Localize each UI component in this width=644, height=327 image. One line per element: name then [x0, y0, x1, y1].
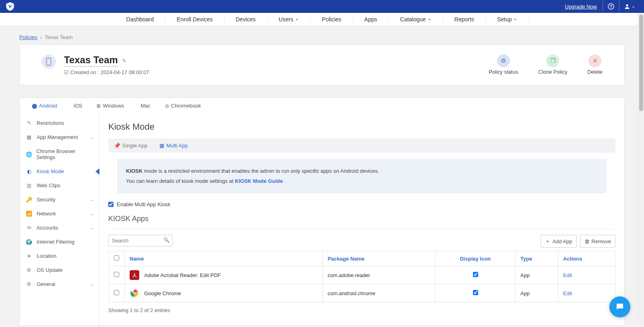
- sidebar-item-security[interactable]: 🔑Security⌄: [20, 192, 99, 207]
- sidebar-label: Internet Filtering: [37, 239, 74, 245]
- search-input[interactable]: [108, 235, 173, 246]
- sidebar-label: Restrictions: [37, 120, 64, 126]
- search-icon: 🔍: [163, 237, 169, 243]
- col-type[interactable]: Type: [515, 251, 558, 266]
- tab-chromebook[interactable]: ◎Chromebook: [158, 98, 208, 114]
- breadcrumb-current: Texas Team: [45, 34, 72, 40]
- row-checkbox[interactable]: [114, 290, 119, 295]
- tab-android[interactable]: ⬤Android: [25, 98, 64, 114]
- chevron-down-icon: ⌄: [90, 135, 93, 140]
- pin-icon: 📌: [114, 143, 120, 149]
- sidebar-icon: ✉: [25, 225, 33, 231]
- table-showing: Showing 1 to 2 of 2 entries: [108, 307, 615, 313]
- sidebar-item-internet-filtering[interactable]: 🌍Internet Filtering: [20, 235, 99, 249]
- subtab-single-app[interactable]: 📌Single App: [114, 143, 147, 149]
- edit-link[interactable]: Edit: [563, 290, 572, 296]
- windows-icon: ⊞: [97, 103, 101, 109]
- policy-sidebar: ✎Restrictions▦App Management⌄🌐Chrome Bro…: [20, 114, 99, 325]
- remove-button[interactable]: 🗑Remove: [580, 235, 615, 248]
- add-app-button[interactable]: ＋Add App: [541, 235, 576, 248]
- kiosk-apps-table: Name Package Name Display Icon Type Acti…: [108, 251, 615, 302]
- delete-policy-button[interactable]: ✕ Delete: [587, 54, 603, 75]
- nav-devices[interactable]: Devices: [225, 13, 268, 26]
- select-all-checkbox[interactable]: [114, 255, 119, 261]
- sidebar-label: Security: [37, 197, 56, 203]
- sidebar-icon: ✎: [25, 120, 33, 126]
- sidebar-label: Kiosk Mode: [37, 168, 64, 174]
- breadcrumb: Policies › Texas Team: [19, 34, 625, 40]
- policy-title: Texas Team: [64, 54, 118, 67]
- policy-status-button[interactable]: ⚙ Policy status: [489, 54, 518, 75]
- nav-catalogue[interactable]: Catalogue: [389, 13, 443, 26]
- sidebar-item-web-clips[interactable]: ▥Web Clips: [20, 178, 99, 192]
- edit-title-icon[interactable]: ✎: [122, 58, 127, 64]
- sidebar-item-location[interactable]: ➤Location: [20, 249, 99, 263]
- sidebar-icon: 🌐: [25, 151, 32, 157]
- col-package[interactable]: Package Name: [322, 251, 435, 266]
- row-checkbox[interactable]: [114, 272, 119, 277]
- package-name: com.android.chrome: [322, 284, 435, 302]
- copy-icon: ❐: [546, 54, 559, 67]
- created-on: Created on : 2024-04-17 08:00:07: [64, 69, 149, 75]
- col-display-icon[interactable]: Display Icon: [436, 251, 515, 266]
- close-icon: ✕: [588, 54, 601, 67]
- chat-fab[interactable]: [609, 296, 630, 317]
- display-icon-checkbox[interactable]: [473, 290, 478, 295]
- policy-icon: [41, 54, 56, 69]
- nav-policies[interactable]: Policies: [311, 13, 353, 26]
- nav-apps[interactable]: Apps: [353, 13, 389, 26]
- logo: [4, 0, 16, 12]
- sidebar-label: OS Update: [37, 267, 62, 273]
- nav-dashboard[interactable]: Dashboard: [115, 13, 166, 26]
- sidebar-icon: ◐: [25, 168, 33, 174]
- main-nav: Dashboard Enroll Devices Devices Users P…: [0, 13, 644, 26]
- nav-reports[interactable]: Reports: [443, 13, 486, 26]
- grid-icon: ▦: [159, 143, 164, 149]
- nav-setup[interactable]: Setup: [486, 13, 529, 26]
- upgrade-now-link[interactable]: Upgrade Now: [559, 0, 603, 13]
- sidebar-item-app-management[interactable]: ▦App Management⌄: [20, 130, 99, 144]
- chevron-down-icon: ⌄: [90, 197, 93, 202]
- sidebar-item-chrome-browser-settings[interactable]: 🌐Chrome Browser Settings: [20, 144, 99, 164]
- nav-users[interactable]: Users: [267, 13, 311, 26]
- app-name: Google Chrome: [144, 290, 181, 296]
- sidebar-item-restrictions[interactable]: ✎Restrictions: [20, 116, 99, 130]
- subtab-multi-app[interactable]: ▦Multi App: [159, 143, 188, 149]
- nav-enroll-devices[interactable]: Enroll Devices: [165, 13, 224, 26]
- sidebar-icon: 🌍: [25, 239, 33, 245]
- sidebar-label: General: [37, 281, 55, 287]
- sidebar-icon: ⚙: [25, 281, 33, 287]
- sidebar-item-network[interactable]: 📶Network⌄: [20, 207, 99, 221]
- enable-multi-app-checkbox[interactable]: [108, 202, 114, 207]
- tab-windows[interactable]: ⊞Windows: [89, 98, 131, 114]
- sidebar-icon: 🔑: [25, 197, 33, 203]
- topbar: Upgrade Now ?: [0, 0, 644, 13]
- app-icon: 人: [130, 270, 139, 280]
- android-icon: ⬤: [32, 103, 37, 109]
- app-type: App: [515, 284, 558, 302]
- sidebar-item-kiosk-mode[interactable]: ◐Kiosk Mode: [20, 164, 99, 178]
- help-icon[interactable]: ?: [603, 0, 619, 13]
- display-icon-checkbox[interactable]: [473, 272, 478, 277]
- col-name[interactable]: Name: [125, 251, 323, 266]
- sidebar-icon: ▦: [25, 134, 33, 140]
- app-name: Adobe Acrobat Reader: Edit PDF: [144, 272, 221, 278]
- clone-policy-button[interactable]: ❐ Clone Policy: [538, 54, 567, 75]
- table-row: 人Adobe Acrobat Reader: Edit PDFcom.adobe…: [109, 266, 615, 284]
- scrollbar[interactable]: [638, 13, 644, 327]
- tab-mac[interactable]: Mac: [131, 98, 158, 114]
- svg-text:?: ?: [610, 4, 612, 9]
- breadcrumb-policies[interactable]: Policies: [19, 34, 37, 40]
- user-menu-icon[interactable]: [619, 0, 640, 13]
- sidebar-item-accounts[interactable]: ✉Accounts⌄: [20, 221, 99, 235]
- page-heading: Kiosk Mode: [108, 122, 615, 132]
- kiosk-guide-link[interactable]: KIOSK Mode Guide: [235, 178, 283, 184]
- kiosk-apps-heading: KIOSK Apps: [108, 215, 615, 223]
- sidebar-item-os-update[interactable]: ⚙OS Update: [20, 263, 99, 277]
- col-actions[interactable]: Actions: [558, 251, 615, 266]
- edit-link[interactable]: Edit: [563, 272, 572, 278]
- sidebar-icon: ⚙: [25, 267, 33, 273]
- sidebar-item-general[interactable]: ⚙General⌄: [20, 277, 99, 291]
- trash-icon: 🗑: [584, 238, 590, 244]
- tab-ios[interactable]: iOS: [64, 98, 90, 114]
